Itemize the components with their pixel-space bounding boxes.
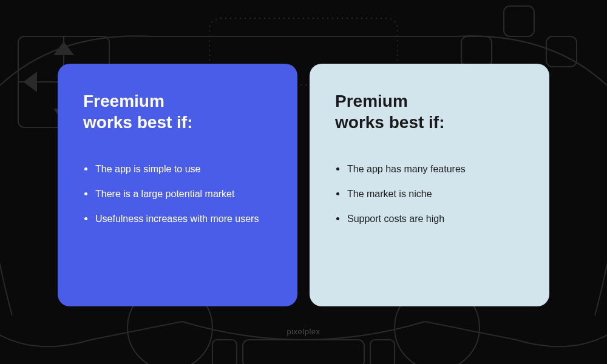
- premium-list: The app has many features The market is …: [335, 162, 524, 226]
- list-item: Support costs are high: [335, 212, 524, 226]
- svg-rect-8: [243, 340, 364, 364]
- list-item: There is a large potential market: [83, 187, 272, 201]
- freemium-title-line1: Freemium: [83, 92, 164, 110]
- svg-rect-4: [546, 36, 577, 67]
- svg-rect-6: [461, 36, 492, 67]
- freemium-list: The app is simple to use There is a larg…: [83, 162, 272, 226]
- freemium-title-line2: works best if:: [83, 113, 192, 132]
- svg-rect-9: [212, 340, 237, 364]
- cards-container: Freemium works best if: The app is simpl…: [0, 64, 607, 306]
- list-item: The app is simple to use: [83, 162, 272, 176]
- watermark: pixelplex: [287, 327, 320, 336]
- list-item: Usefulness increases with more users: [83, 212, 272, 226]
- list-item: The app has many features: [335, 162, 524, 176]
- svg-rect-10: [370, 340, 395, 364]
- freemium-title: Freemium works best if:: [83, 90, 272, 133]
- list-item: The market is niche: [335, 187, 524, 201]
- premium-title: Premium works best if:: [335, 90, 524, 133]
- freemium-card: Freemium works best if: The app is simpl…: [58, 64, 297, 306]
- premium-title-line1: Premium: [335, 92, 408, 110]
- premium-card: Premium works best if: The app has many …: [310, 64, 549, 306]
- svg-rect-3: [504, 6, 534, 36]
- premium-title-line2: works best if:: [335, 113, 444, 132]
